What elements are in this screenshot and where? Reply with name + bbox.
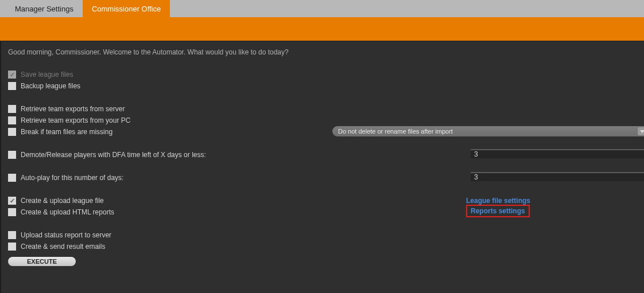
checkbox-create-upload-league[interactable]: [8, 197, 16, 205]
input-dfa-days[interactable]: 3: [471, 149, 644, 158]
label-retrieve-server: Retrieve team exports from server: [21, 105, 125, 113]
main-panel: Good morning, Commissioner. Welcome to t…: [0, 41, 644, 293]
checkbox-break-missing[interactable]: [8, 128, 16, 136]
label-backup-league: Backup league files: [21, 82, 80, 90]
label-create-upload-league: Create & upload league file: [21, 197, 104, 205]
label-create-upload-html: Create & upload HTML reports: [21, 208, 114, 216]
tab-commissioner-office[interactable]: Commissioner Office: [83, 0, 170, 17]
checkbox-backup-league[interactable]: [8, 82, 16, 90]
checkbox-retrieve-server[interactable]: [8, 105, 16, 113]
label-autoplay: Auto-play for this number of days:: [21, 174, 123, 182]
label-retrieve-pc: Retrieve team exports from your PC: [21, 116, 130, 124]
input-autoplay-days[interactable]: 3: [471, 172, 644, 181]
checkbox-create-send-emails[interactable]: [8, 243, 16, 251]
tab-bar: Manager Settings Commissioner Office: [0, 0, 644, 17]
checkbox-demote-release[interactable]: [8, 151, 16, 159]
label-save-league: Save league files: [21, 71, 73, 79]
tab-manager-settings[interactable]: Manager Settings: [6, 0, 83, 17]
label-upload-status: Upload status report to server: [21, 231, 111, 239]
header-bar: [0, 17, 644, 41]
label-break-missing: Break if team files are missing: [21, 128, 112, 136]
checkbox-autoplay[interactable]: [8, 174, 16, 182]
checkbox-upload-status[interactable]: [8, 231, 16, 239]
label-create-send-emails: Create & send result emails: [21, 243, 105, 251]
checkbox-save-league: [8, 71, 16, 79]
dropdown-import-files-value: Do not delete or rename files after impo…: [338, 128, 453, 135]
greeting-text: Good morning, Commissioner. Welcome to t…: [8, 48, 638, 56]
chevron-down-icon: [638, 127, 644, 135]
link-league-file-settings[interactable]: League file settings: [466, 197, 530, 205]
checkbox-retrieve-pc[interactable]: [8, 116, 16, 124]
link-reports-settings[interactable]: Reports settings: [466, 205, 530, 217]
dropdown-import-files[interactable]: Do not delete or rename files after impo…: [332, 126, 644, 136]
label-demote-release: Demote/Release players with DFA time lef…: [21, 151, 206, 159]
checkbox-create-upload-html[interactable]: [8, 208, 16, 216]
execute-button[interactable]: EXECUTE: [8, 257, 76, 266]
